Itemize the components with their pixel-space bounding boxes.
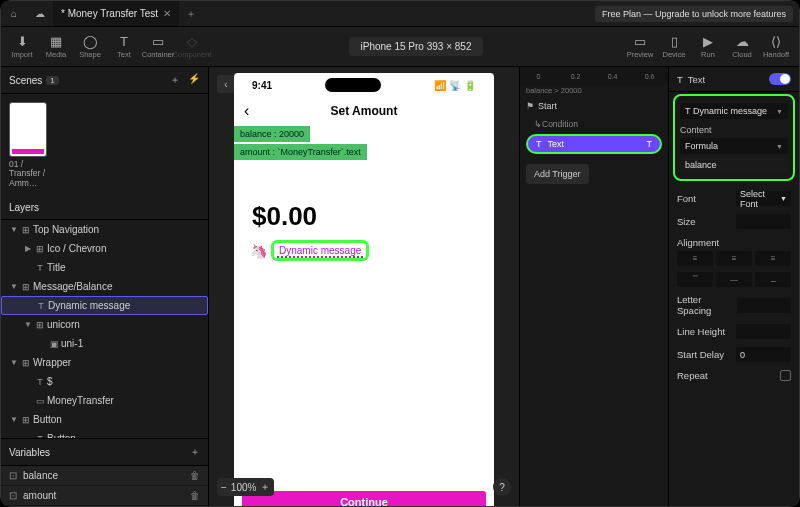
align-middle-button[interactable]: ― [716,272,752,287]
align-bottom-button[interactable]: ⎽ [755,272,791,287]
preview-tool[interactable]: ▭Preview [623,34,657,59]
timeline-text-action[interactable]: T Text T [526,134,662,154]
import-tool[interactable]: ⬇Import [5,34,39,59]
chevron-down-icon: ▼ [776,108,783,115]
align-top-button[interactable]: ⎺ [677,272,713,287]
add-trigger-button[interactable]: Add Trigger [526,164,589,184]
add-variable-icon[interactable]: ＋ [190,445,200,459]
status-icons: 📶 📡 🔋 [434,80,476,91]
media-tool[interactable]: ▦Media [39,34,73,59]
size-field: Size [669,210,799,233]
layer-row[interactable]: ▼⊞Top Navigation [1,220,208,239]
handoff-tool[interactable]: ⟨⟩Handoff [759,34,793,59]
letter-spacing-input[interactable] [737,298,791,313]
text-icon: T [685,106,691,116]
scene-thumb[interactable]: 01 / Transfer / Amm… [9,102,49,188]
layer-row[interactable]: ▣uni-1 [1,334,208,353]
text-tool[interactable]: TText [107,34,141,59]
timeline-subruler: balance > 20000 [520,85,668,96]
continue-button[interactable]: Continue [242,491,486,506]
text-value-dropdown[interactable]: T Dynamic message▼ [680,103,788,119]
bolt-icon[interactable]: ⚡ [188,73,200,87]
variable-row[interactable]: ⊡amount🗑 [1,486,208,506]
container-tool[interactable]: ▭Container [141,34,175,59]
upgrade-banner[interactable]: Free Plan — Upgrade to unlock more featu… [595,6,793,22]
timeline-start-row[interactable]: ⚑Start [520,96,668,116]
font-select[interactable]: Select Font▼ [736,191,791,206]
back-chevron-icon[interactable]: ‹ [234,102,270,120]
dynamic-message-text: Dynamic message [277,245,363,258]
align-left-button[interactable]: ≡ [677,251,713,266]
formula-input[interactable]: balance [680,157,788,173]
font-field: FontSelect Font▼ [669,187,799,210]
text-icon: T [647,139,653,149]
new-tab-button[interactable]: ＋ [179,7,203,21]
scene-name: 01 / Transfer / Amm… [9,160,49,188]
dynamic-message-selection[interactable]: Dynamic message [271,240,369,261]
cloud-tool[interactable]: ☁Cloud [725,34,759,59]
scenes-header: Scenes1 ＋⚡ [1,67,208,94]
zoom-in-icon[interactable]: ＋ [260,480,270,494]
layer-row[interactable]: ▶⊞Ico / Chevron [1,239,208,258]
cloud-icon: ☁ [736,34,749,49]
zoom-control[interactable]: − 100% ＋ [217,478,274,496]
component-icon: ◇ [187,34,197,49]
delete-icon[interactable]: 🗑 [190,490,200,501]
layer-row[interactable]: ▼⊞Message/Balance [1,277,208,296]
timeline-ruler: 00.20.40.6 [520,67,668,85]
align-center-button[interactable]: ≡ [716,251,752,266]
layer-row[interactable]: TDynamic message [1,296,208,315]
status-bar: 9:41 📶 📡 🔋 [234,73,494,97]
size-input[interactable] [736,214,791,229]
layer-row[interactable]: TButton [1,429,208,438]
notch-icon [325,78,381,92]
line-height-field: Line Height [669,320,799,343]
start-delay-input[interactable]: 0 [736,347,791,362]
shape-icon: ◯ [83,34,98,49]
device-tool[interactable]: ▯Device [657,34,691,59]
inspector-highlight: T Dynamic message▼ Content Formula▼ bala… [673,94,795,181]
text-icon: T [677,74,683,85]
variable-row[interactable]: ⊡balance🗑 [1,466,208,486]
zoom-out-icon[interactable]: − [221,482,227,493]
screen-title: Set Amount [270,104,494,118]
play-icon: ▶ [703,34,713,49]
variables-header: Variables ＋ [1,439,208,466]
repeat-checkbox[interactable] [780,370,791,381]
layer-row[interactable]: T$ [1,372,208,391]
tab-document[interactable]: * Money Transfer Test ✕ [53,1,179,26]
component-tool[interactable]: ◇Component [175,34,209,59]
home-icon[interactable]: ⌂ [1,8,27,19]
layer-row[interactable]: ▼⊞unicorn [1,315,208,334]
inspector-toggle[interactable] [769,73,791,85]
layer-row[interactable]: ▭MoneyTransfer [1,391,208,410]
media-icon: ▦ [50,34,62,49]
add-scene-icon[interactable]: ＋ [170,73,180,87]
canvas-back-button[interactable]: ‹ [217,75,235,93]
close-icon[interactable]: ✕ [163,8,171,19]
tab-title: * Money Transfer Test [61,8,158,19]
repeat-field: Repeat [669,366,799,385]
handoff-icon: ⟨⟩ [771,34,781,49]
chevron-down-icon: ▼ [780,195,787,202]
layer-row[interactable]: ▼⊞Wrapper [1,353,208,372]
canvas[interactable]: ‹ ⊞ 9:41 📶 📡 🔋 ‹ Set Amount balance : 20… [209,67,519,506]
line-height-input[interactable] [736,324,791,339]
flag-icon: ⚑ [526,101,534,111]
content-mode-dropdown[interactable]: Formula▼ [680,138,788,154]
help-button[interactable]: ? [493,478,511,496]
align-right-button[interactable]: ≡ [755,251,791,266]
alignment-label: Alignment [677,237,719,248]
device-selector[interactable]: iPhone 15 Pro 393 × 852 [349,37,484,56]
preview-icon: ▭ [634,34,646,49]
run-tool[interactable]: ▶Run [691,34,725,59]
layer-row[interactable]: ▼⊞Button [1,410,208,429]
shape-tool[interactable]: ◯Shape [73,34,107,59]
delete-icon[interactable]: 🗑 [190,470,200,481]
timeline-condition-row[interactable]: ↳ Condition [520,116,668,132]
phone-frame: 9:41 📶 📡 🔋 ‹ Set Amount balance : 20000 … [234,73,494,506]
import-icon: ⬇ [17,34,28,49]
layers-header: Layers [1,196,208,220]
inspector-header: T Text [669,67,799,92]
layer-row[interactable]: TTitle [1,258,208,277]
